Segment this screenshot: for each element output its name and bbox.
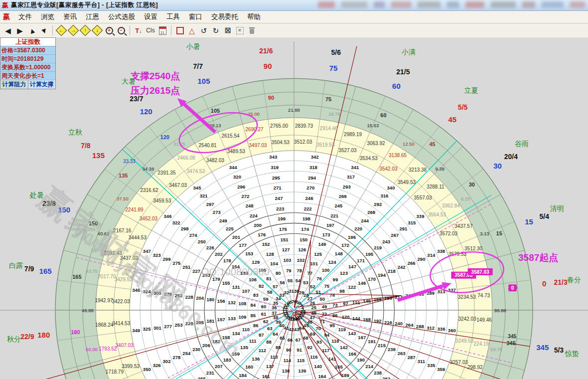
svg-text:23/8: 23/8 [42, 199, 56, 207]
svg-text:2989.19: 2989.19 [344, 132, 362, 137]
svg-text:287: 287 [408, 355, 416, 360]
gann-wheel-chart[interactable]: 1234567891011121314151617181920212223242… [0, 37, 588, 379]
coefficient-row: 变换系数=1.00000 [0, 63, 55, 72]
svg-text:242: 242 [398, 264, 406, 270]
calc-support-button[interactable]: 计算支撑 [28, 80, 56, 89]
svg-text:238: 238 [374, 370, 382, 376]
svg-text:180: 180 [71, 329, 80, 335]
svg-text:127: 127 [282, 247, 290, 252]
pan-up-icon[interactable]: ↑ [79, 24, 91, 36]
menu-item-江恩[interactable]: 江恩 [81, 11, 104, 22]
svg-text:1868.24: 1868.24 [95, 322, 114, 328]
svg-text:83: 83 [253, 292, 259, 298]
svg-text:71: 71 [320, 319, 325, 324]
calendar-icon[interactable]: 21 [156, 24, 168, 36]
square-tool-icon[interactable] [174, 24, 186, 36]
quote-panel-title: 上证指数 [0, 38, 55, 46]
menu-item-浏览[interactable]: 浏览 [36, 11, 59, 22]
svg-text:116: 116 [310, 354, 317, 360]
svg-text:223: 223 [276, 206, 284, 211]
svg-text:274: 274 [189, 232, 198, 238]
time-row: 时间=20180129 [0, 55, 55, 63]
select-box-icon[interactable]: ⊠ [222, 24, 234, 36]
svg-text:291: 291 [399, 226, 408, 231]
svg-text:297: 297 [206, 201, 214, 207]
svg-text:85: 85 [250, 313, 256, 318]
svg-text:3407.03: 3407.03 [116, 343, 134, 348]
nav-prev-icon[interactable]: ◀ [2, 24, 14, 36]
svg-text:349: 349 [132, 328, 140, 333]
svg-text:20/4: 20/4 [504, 153, 518, 161]
menu-item-设置[interactable]: 设置 [140, 11, 162, 22]
svg-text:73: 73 [332, 302, 338, 308]
menu-item-文件[interactable]: 文件 [14, 11, 36, 22]
svg-text:322: 322 [172, 220, 180, 225]
zoom-in-icon[interactable]: + [103, 24, 115, 36]
svg-text:90: 90 [264, 62, 272, 70]
svg-text:155: 155 [222, 280, 231, 286]
svg-text:104: 104 [270, 261, 279, 266]
svg-text:2391.35: 2391.35 [157, 170, 176, 176]
svg-text:278: 278 [172, 355, 180, 360]
menu-item-窗口[interactable]: 窗口 [184, 11, 207, 22]
pan-left-icon[interactable]: ← [55, 24, 67, 36]
svg-text:58: 58 [267, 289, 273, 295]
svg-text:2241.89: 2241.89 [126, 207, 144, 212]
nav-up-icon[interactable]: ▲ [26, 24, 38, 36]
pan-right-icon[interactable]: → [67, 24, 79, 36]
menu-item-工具[interactable]: 工具 [162, 11, 184, 22]
triangle-tool-icon[interactable]: △ [186, 24, 198, 36]
svg-text:184: 184 [239, 373, 247, 378]
price-axis-icon[interactable]: T↓ [133, 24, 145, 36]
svg-text:12.50: 12.50 [403, 141, 415, 147]
svg-text:219: 219 [374, 245, 382, 250]
svg-text:144: 144 [352, 316, 361, 321]
menu-item-资讯[interactable]: 资讯 [59, 11, 81, 22]
svg-text:101: 101 [310, 261, 318, 266]
svg-text:21/3: 21/3 [554, 278, 567, 286]
svg-text:345: 345 [506, 340, 515, 346]
rotate-ccw-icon[interactable]: ↺ [198, 24, 210, 36]
svg-text:292: 292 [374, 201, 382, 207]
sep3 [171, 25, 171, 35]
svg-text:3452.03: 3452.03 [140, 216, 158, 221]
svg-text:294: 294 [308, 175, 316, 181]
svg-text:174: 174 [301, 226, 309, 232]
svg-text:190: 190 [357, 357, 365, 363]
svg-text:194: 194 [378, 272, 386, 278]
svg-text:206: 206 [202, 343, 210, 348]
svg-text:202: 202 [215, 251, 223, 257]
svg-text:79: 79 [286, 268, 292, 273]
svg-text:293: 293 [343, 184, 351, 190]
svg-text:180: 180 [206, 297, 214, 302]
menu-item-交易委托[interactable]: 交易委托 [207, 11, 243, 22]
nav-next-icon[interactable]: ▶ [14, 24, 26, 36]
svg-text:108: 108 [238, 301, 246, 306]
svg-text:106: 106 [249, 277, 257, 282]
svg-text:6.25: 6.25 [461, 196, 470, 201]
svg-text:129: 129 [252, 259, 260, 265]
svg-text:68: 68 [303, 335, 308, 341]
delete-tool-icon[interactable] [246, 24, 258, 36]
svg-text:3512.03: 3512.03 [294, 139, 312, 145]
menu-item-帮助[interactable]: 帮助 [243, 11, 265, 22]
svg-text:264: 264 [406, 322, 414, 328]
calc-resistance-button[interactable]: 计算阻力 [0, 80, 28, 89]
zoom-out-icon[interactable]: − [115, 24, 127, 36]
svg-text:5/4: 5/4 [540, 212, 550, 220]
svg-text:3459.53: 3459.53 [153, 198, 171, 203]
rotate-cw-icon[interactable]: ↻ [210, 24, 222, 36]
svg-text:315: 315 [408, 220, 416, 225]
svg-text:96: 96 [332, 313, 338, 318]
svg-text:175: 175 [279, 226, 288, 232]
svg-text:255: 255 [198, 376, 206, 379]
svg-text:181: 181 [206, 318, 215, 324]
svg-text:229: 229 [185, 321, 193, 326]
svg-text:52: 52 [310, 284, 315, 289]
pan-down-icon[interactable]: ↓ [91, 24, 103, 36]
nav-down-icon[interactable]: ▼ [38, 24, 50, 36]
crosshair-tool-icon[interactable]: ✕ [234, 24, 246, 36]
svg-text:160: 160 [245, 364, 253, 370]
cls-button[interactable]: Cls [145, 24, 156, 36]
menu-item-公式选股[interactable]: 公式选股 [104, 11, 140, 22]
